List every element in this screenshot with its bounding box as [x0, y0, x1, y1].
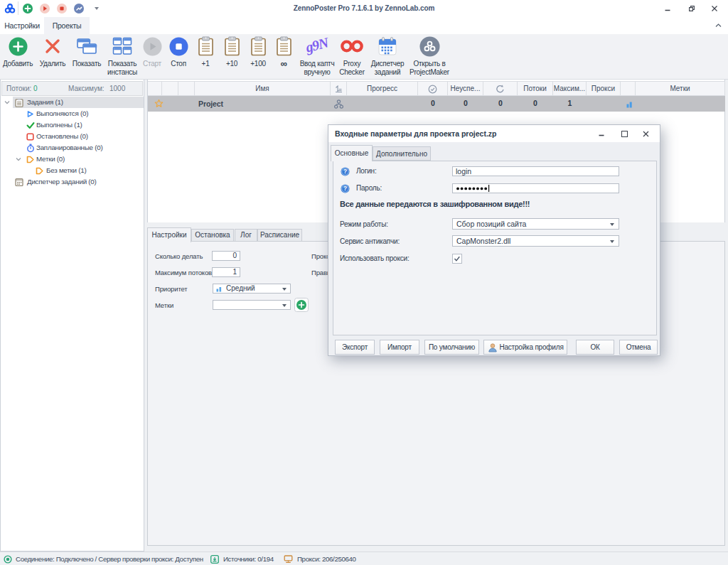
svg-text:?: ?: [343, 168, 347, 175]
svg-text:g9N: g9N: [304, 36, 332, 56]
svg-text:?: ?: [343, 185, 347, 192]
